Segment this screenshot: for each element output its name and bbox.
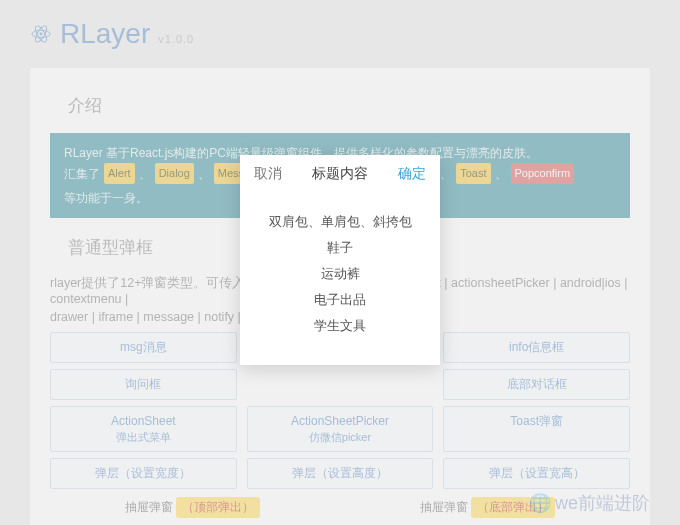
modal-title: 标题内容 (312, 165, 368, 183)
watermark: 🌐 we前端进阶 (529, 491, 650, 515)
picker-modal: 取消 标题内容 确定 双肩包、单肩包、斜挎包 鞋子 运动裤 电子出品 学生文具 (240, 155, 440, 365)
picker-item[interactable]: 学生文具 (250, 313, 430, 339)
modal-body: 双肩包、单肩包、斜挎包 鞋子 运动裤 电子出品 学生文具 (240, 193, 440, 365)
modal-cancel-button[interactable]: 取消 (254, 165, 282, 183)
modal-header: 取消 标题内容 确定 (240, 155, 440, 193)
picker-item[interactable]: 运动裤 (250, 261, 430, 287)
picker-item[interactable]: 双肩包、单肩包、斜挎包 (250, 209, 430, 235)
picker-item[interactable]: 电子出品 (250, 287, 430, 313)
picker-item[interactable]: 鞋子 (250, 235, 430, 261)
modal-ok-button[interactable]: 确定 (398, 165, 426, 183)
globe-icon: 🌐 (529, 492, 551, 514)
